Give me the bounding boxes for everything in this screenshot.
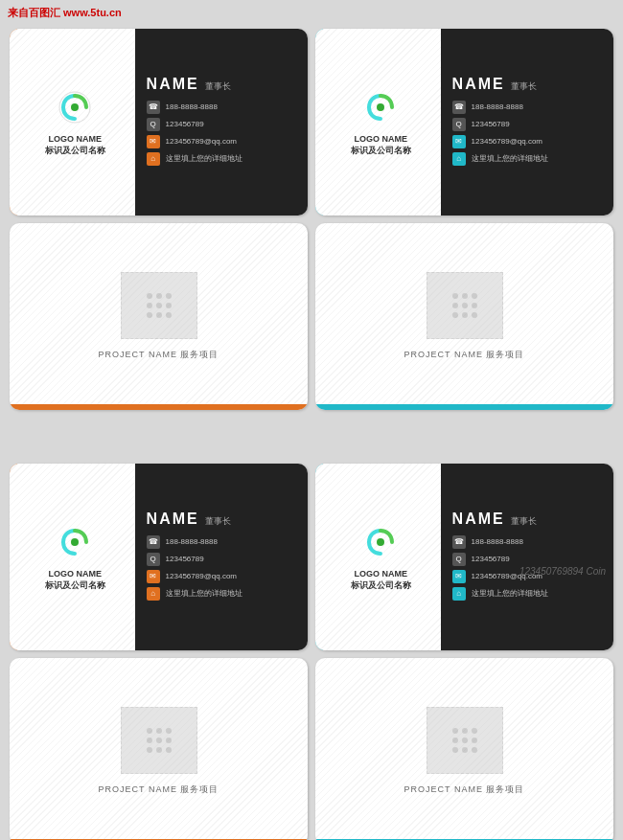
logo-icon-4 bbox=[360, 523, 401, 563]
card-right-4: NAME 董事长 ☎ 188-8888-8888 Q 123456789 ✉ 1… bbox=[441, 464, 613, 650]
contact-name-3: NAME bbox=[147, 511, 199, 528]
page-container: LOGO NAME 标识及公司名称 NAME 董事长 ☎ 188-8888-88… bbox=[0, 0, 623, 840]
business-card-back-4: PROJECT NAME 服务项目 bbox=[315, 658, 613, 840]
email-row-2: ✉ 123456789@qq.com bbox=[452, 135, 602, 148]
phone-row-1: ☎ 188-8888-8888 bbox=[147, 101, 296, 114]
phone-text-4: 188-8888-8888 bbox=[472, 537, 523, 546]
email-icon-2: ✉ bbox=[452, 135, 466, 148]
card-right-1: NAME 董事长 ☎ 188-8888-8888 Q 123456789 ✉ 1… bbox=[135, 29, 308, 216]
placeholder-image-2 bbox=[427, 272, 503, 339]
logo-icon-1 bbox=[55, 88, 95, 128]
logo-name-2: LOGO NAME 标识及公司名称 bbox=[351, 134, 411, 156]
address-text-2: 这里填上您的详细地址 bbox=[472, 153, 548, 164]
card-back-accent-2 bbox=[315, 404, 613, 410]
email-icon-3: ✉ bbox=[147, 570, 160, 583]
spacer bbox=[10, 418, 613, 427]
phone-icon-1: ☎ bbox=[147, 101, 160, 114]
project-name-2: PROJECT NAME 服务项目 bbox=[404, 349, 525, 361]
contact-name-1: NAME bbox=[147, 76, 199, 93]
card-left-4: LOGO NAME 标识及公司名称 bbox=[315, 464, 441, 650]
contact-title-4: 董事长 bbox=[511, 515, 537, 528]
card-right-2: NAME 董事长 ☎ 188-8888-8888 Q 123456789 ✉ 1… bbox=[441, 29, 613, 216]
address-text-4: 这里填上您的详细地址 bbox=[472, 588, 548, 599]
card-left-1: LOGO NAME 标识及公司名称 bbox=[10, 29, 135, 216]
qq-icon-2: Q bbox=[452, 118, 466, 131]
logo-icon-2 bbox=[360, 88, 401, 128]
card-back-accent-1 bbox=[10, 404, 308, 410]
address-text-1: 这里填上您的详细地址 bbox=[166, 153, 242, 164]
business-card-back-2: PROJECT NAME 服务项目 bbox=[315, 223, 613, 410]
svg-point-2 bbox=[71, 538, 79, 546]
email-icon-4: ✉ bbox=[452, 570, 466, 583]
project-name-1: PROJECT NAME 服务项目 bbox=[99, 349, 219, 361]
card-left-3: LOGO NAME 标识及公司名称 bbox=[10, 464, 135, 650]
qq-icon-3: Q bbox=[147, 553, 160, 566]
qq-icon-1: Q bbox=[147, 118, 160, 131]
business-card-back-3: PROJECT NAME 服务项目 bbox=[10, 658, 308, 840]
address-icon-1: ⌂ bbox=[147, 152, 160, 166]
qq-text-4: 123456789 bbox=[472, 555, 510, 563]
business-card-front-4: LOGO NAME 标识及公司名称 NAME 董事长 ☎ 188-8888-88… bbox=[315, 464, 613, 650]
address-row-3: ⌂ 这里填上您的详细地址 bbox=[147, 587, 296, 601]
business-card-back-1: PROJECT NAME 服务项目 bbox=[10, 223, 308, 410]
qq-row-1: Q 123456789 bbox=[147, 118, 296, 131]
contact-name-2: NAME bbox=[452, 76, 505, 93]
address-row-1: ⌂ 这里填上您的详细地址 bbox=[147, 152, 296, 166]
placeholder-image-4 bbox=[427, 707, 503, 774]
phone-icon-3: ☎ bbox=[147, 535, 160, 549]
watermark: 来自百图汇 www.5tu.cn bbox=[8, 6, 122, 20]
logo-icon-3 bbox=[55, 523, 95, 563]
email-row-1: ✉ 123456789@qq.com bbox=[147, 135, 296, 148]
email-icon-1: ✉ bbox=[147, 135, 160, 148]
qq-text-3: 123456789 bbox=[166, 555, 204, 563]
address-icon-2: ⌂ bbox=[452, 152, 466, 166]
phone-text-2: 188-8888-8888 bbox=[472, 102, 523, 111]
address-row-4: ⌂ 这里填上您的详细地址 bbox=[452, 587, 602, 601]
address-text-3: 这里填上您的详细地址 bbox=[166, 588, 242, 599]
business-card-front-2: LOGO NAME 标识及公司名称 NAME 董事长 ☎ 188-8888-88… bbox=[315, 29, 613, 216]
svg-point-0 bbox=[71, 103, 79, 111]
email-row-3: ✉ 123456789@qq.com bbox=[147, 570, 296, 583]
phone-text-3: 188-8888-8888 bbox=[166, 537, 218, 546]
project-name-3: PROJECT NAME 服务项目 bbox=[99, 783, 219, 796]
placeholder-image-1 bbox=[121, 272, 197, 339]
phone-icon-2: ☎ bbox=[452, 101, 466, 114]
address-icon-4: ⌂ bbox=[452, 587, 466, 601]
svg-point-3 bbox=[377, 538, 384, 546]
card-left-2: LOGO NAME 标识及公司名称 bbox=[315, 29, 441, 216]
card-right-3: NAME 董事长 ☎ 188-8888-8888 Q 123456789 ✉ 1… bbox=[135, 464, 308, 650]
project-name-4: PROJECT NAME 服务项目 bbox=[404, 783, 525, 796]
contact-title-3: 董事长 bbox=[205, 515, 231, 528]
phone-row-2: ☎ 188-8888-8888 bbox=[452, 101, 602, 114]
contact-title-2: 董事长 bbox=[511, 80, 537, 93]
address-icon-3: ⌂ bbox=[147, 587, 160, 601]
business-card-front-1: LOGO NAME 标识及公司名称 NAME 董事长 ☎ 188-8888-88… bbox=[10, 29, 308, 216]
qq-icon-4: Q bbox=[452, 553, 466, 566]
qq-row-4: Q 123456789 bbox=[452, 553, 602, 566]
logo-name-4: LOGO NAME 标识及公司名称 bbox=[351, 569, 411, 591]
svg-point-1 bbox=[377, 103, 384, 111]
qq-row-2: Q 123456789 bbox=[452, 118, 602, 131]
qq-text-1: 123456789 bbox=[166, 120, 204, 128]
phone-row-3: ☎ 188-8888-8888 bbox=[147, 535, 296, 549]
qq-row-3: Q 123456789 bbox=[147, 553, 296, 566]
address-row-2: ⌂ 这里填上您的详细地址 bbox=[452, 152, 602, 166]
business-card-front-3: LOGO NAME 标识及公司名称 NAME 董事长 ☎ 188-8888-88… bbox=[10, 464, 308, 650]
phone-icon-4: ☎ bbox=[452, 535, 466, 549]
phone-text-1: 188-8888-8888 bbox=[166, 102, 218, 111]
logo-name-1: LOGO NAME 标识及公司名称 bbox=[45, 134, 105, 156]
email-text-3: 123456789@qq.com bbox=[166, 572, 237, 580]
qq-text-2: 123456789 bbox=[472, 120, 510, 128]
logo-name-3: LOGO NAME 标识及公司名称 bbox=[45, 569, 105, 591]
contact-title-1: 董事长 bbox=[205, 80, 231, 93]
coin-text: 123450769894 Coin bbox=[519, 566, 606, 577]
email-text-2: 123456789@qq.com bbox=[472, 137, 542, 146]
email-text-1: 123456789@qq.com bbox=[166, 137, 237, 146]
placeholder-image-3 bbox=[121, 707, 197, 774]
phone-row-4: ☎ 188-8888-8888 bbox=[452, 535, 602, 549]
contact-name-4: NAME bbox=[452, 511, 505, 528]
